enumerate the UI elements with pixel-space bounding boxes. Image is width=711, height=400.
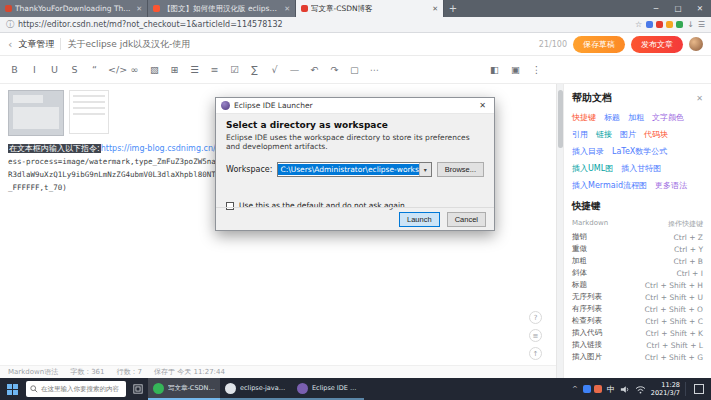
help-topic-link[interactable]: 代码块 — [644, 129, 668, 140]
cancel-button[interactable]: Cancel — [447, 212, 486, 227]
help-topic-link[interactable]: LaTeX数学公式 — [612, 146, 667, 157]
site-info-icon[interactable]: ⓘ — [6, 19, 14, 30]
help-topic-link[interactable]: 引用 — [572, 129, 588, 140]
help-topic-link[interactable]: 标题 — [604, 112, 620, 123]
help-topic-link[interactable]: 更多语法 — [655, 180, 687, 191]
back-chevron-icon[interactable]: ‹ — [8, 38, 12, 51]
extension-icon[interactable] — [666, 21, 673, 28]
format-icon[interactable]: ⊞ — [168, 64, 181, 75]
window-control-button[interactable]: □ — [667, 0, 689, 17]
editor-fab-icon[interactable]: ↑ — [529, 347, 542, 360]
dialog-close-icon[interactable]: ✕ — [476, 101, 489, 110]
help-close-icon[interactable]: ✕ — [696, 94, 703, 103]
help-topic-link[interactable]: 文字颜色 — [652, 112, 684, 123]
default-checkbox[interactable] — [226, 202, 234, 210]
view-icon[interactable]: ▣ — [509, 64, 522, 75]
help-topic-link[interactable]: 快捷键 — [572, 112, 596, 123]
shortcut-keys: Ctrl + Shift + U — [645, 293, 703, 302]
window-control-button[interactable]: ─ — [645, 0, 667, 17]
format-icon[interactable]: ▧ — [148, 64, 161, 75]
screenshot-image[interactable] — [8, 90, 64, 136]
window-controls: ─ □ ✕ — [645, 0, 711, 17]
launch-button[interactable]: Launch — [399, 212, 440, 227]
tray-clock[interactable]: 11:28 2021/3/7 — [651, 381, 680, 397]
combobox-dropdown-icon[interactable]: ▾ — [419, 163, 431, 176]
shortcut-keys: Ctrl + Shift + K — [646, 329, 703, 338]
url-field[interactable]: https://editor.csdn.net/md?not_checkout=… — [18, 20, 631, 29]
format-icon[interactable]: ⋯ — [368, 64, 381, 75]
tray-app-icon[interactable] — [594, 385, 602, 393]
format-icon[interactable]: ∑ — [248, 64, 261, 75]
shortcut-row: 检查列表 Ctrl + Shift + C — [572, 315, 703, 327]
dialog-separator — [216, 207, 494, 208]
action-center-icon[interactable] — [694, 384, 704, 394]
help-panel: 帮助文档 ✕ 快捷键 标题 加粗 文字颜色 引用 链接 图片 代码块 插入目录 — [563, 84, 711, 378]
format-icon[interactable]: ↶ — [308, 64, 321, 75]
extension-icon[interactable] — [646, 21, 653, 28]
view-icon[interactable]: ⋮ — [530, 64, 543, 75]
article-title-input[interactable]: 关于eclipse jdk以及汉化-使用 — [67, 38, 532, 51]
extension-icon[interactable] — [656, 21, 663, 28]
format-icon[interactable]: √ — [268, 64, 281, 75]
tab-close-icon[interactable]: ✕ — [136, 5, 142, 13]
view-icon[interactable]: ◧ — [488, 64, 501, 75]
tab-close-icon[interactable]: ✕ — [432, 5, 438, 13]
volume-icon[interactable] — [620, 385, 630, 394]
format-icon[interactable]: B — [8, 64, 21, 75]
format-icon[interactable]: “ — [88, 64, 101, 75]
shortcut-row: 撤销 Ctrl + Z — [572, 231, 703, 243]
browser-menu-icon[interactable]: ☰ — [698, 20, 705, 29]
publish-button[interactable]: 发布文章 — [631, 36, 683, 53]
format-icon[interactable]: ▢ — [348, 64, 361, 75]
task-view-button[interactable] — [128, 378, 148, 400]
window-control-button[interactable]: ✕ — [689, 0, 711, 17]
format-icon[interactable]: </> — [108, 64, 121, 75]
page-image[interactable] — [69, 90, 109, 134]
workspace-row: Workspace: C:\Users\Administrator\eclips… — [226, 162, 484, 177]
help-topic-link[interactable]: 链接 — [596, 129, 612, 140]
tray-expand-icon[interactable]: ^ — [572, 385, 578, 393]
save-draft-button[interactable]: 保存草稿 — [573, 36, 625, 53]
format-icon[interactable]: ☰ — [188, 64, 201, 75]
format-icon[interactable]: I — [28, 64, 41, 75]
tray-app-icon[interactable] — [583, 385, 591, 393]
editor-scrollbar[interactable] — [556, 84, 563, 378]
format-icon[interactable]: ☑ — [228, 64, 241, 75]
taskbar-app-button[interactable]: eclipse-java-2020-12 — [220, 378, 292, 400]
format-icon[interactable]: U — [48, 64, 61, 75]
format-icon[interactable]: S — [68, 64, 81, 75]
editor-fab-icon[interactable]: ≡ — [529, 329, 542, 342]
help-topic-link[interactable]: 图片 — [620, 129, 636, 140]
workspace-combobox[interactable]: C:\Users\Administrator\eclipse-workspace… — [277, 162, 431, 177]
browser-tab[interactable]: 写文章-CSDN博客 ✕ — [296, 0, 444, 17]
help-topic-link[interactable]: 加粗 — [628, 112, 644, 123]
help-topic-link[interactable]: 插入目录 — [572, 146, 604, 157]
taskbar-app-button[interactable]: 写文章-CSDN博客 — [148, 378, 220, 400]
dialog-titlebar[interactable]: Eclipse IDE Launcher ✕ — [216, 98, 494, 114]
taskbar-search-box[interactable]: 在这里输入你要搜索的内容 — [26, 381, 126, 397]
editor-fab-icon[interactable]: ? — [529, 311, 542, 324]
help-topic-link[interactable]: 插入甘特图 — [621, 163, 661, 174]
network-icon[interactable] — [635, 385, 646, 394]
browse-button[interactable]: Browse... — [437, 162, 484, 177]
extension-icon[interactable] — [676, 21, 683, 28]
article-manage-link[interactable]: 文章管理 — [18, 38, 54, 51]
format-icon[interactable]: ≡ — [208, 64, 221, 75]
input-method-indicator[interactable]: 中 — [607, 384, 615, 395]
taskbar-app-button[interactable]: Eclipse IDE Launcher — [292, 378, 364, 400]
browser-tab[interactable]: ThankYouForDownloading Th... ✕ — [0, 0, 148, 17]
bookmark-star-icon[interactable]: ☆ — [635, 20, 642, 29]
format-icon[interactable]: ↷ — [328, 64, 341, 75]
user-avatar[interactable] — [689, 37, 703, 51]
format-icon[interactable]: ∞ — [128, 64, 141, 75]
new-tab-button[interactable]: + — [444, 0, 462, 17]
help-topic-link[interactable]: 插入UML图 — [572, 163, 613, 174]
download-icon[interactable]: ↓ — [687, 20, 694, 29]
help-topic-link[interactable]: 插入Mermaid流程图 — [572, 180, 647, 191]
taskbar-app-label: 写文章-CSDN博客 — [168, 384, 215, 393]
browser-tab[interactable]: 【图文】如何使用汉化版 eclipse - CSDN博客 ✕ — [148, 0, 296, 17]
start-button[interactable] — [0, 378, 24, 400]
format-icon[interactable]: — — [288, 64, 301, 75]
tab-close-icon[interactable]: ✕ — [284, 5, 290, 13]
task-view-icon — [133, 384, 143, 394]
